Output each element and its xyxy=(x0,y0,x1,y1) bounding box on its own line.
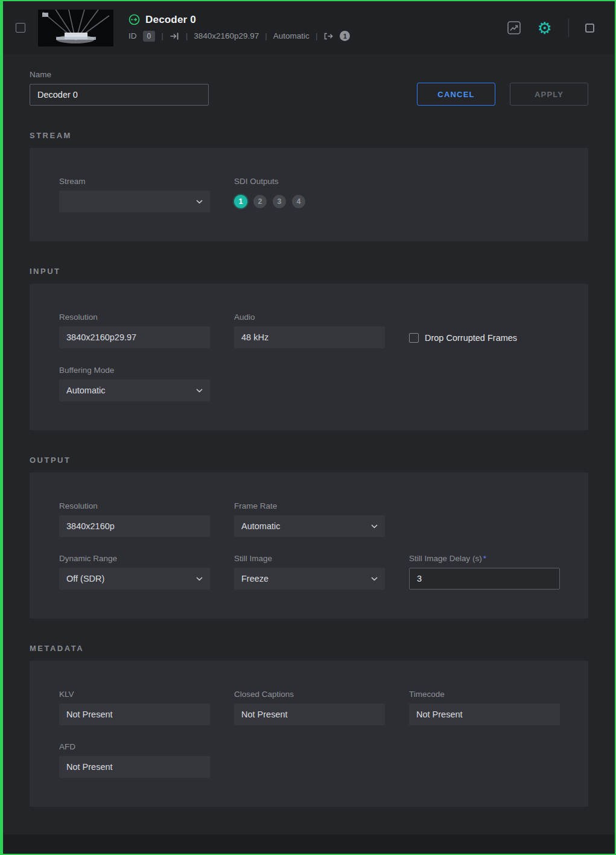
timecode-value: Not Present xyxy=(409,704,560,725)
output-stream-icon xyxy=(323,32,334,40)
buffering-mode-label: Buffering Mode xyxy=(59,366,210,375)
still-image-label: Still Image xyxy=(234,554,385,563)
still-image-delay-input[interactable] xyxy=(409,568,560,590)
decoder-settings-page: Decoder 0 ID 0 | | 3840x2160p29.97 | Aut… xyxy=(0,0,616,855)
sdi-output-3[interactable]: 3 xyxy=(273,195,286,208)
audio-label: Audio xyxy=(234,313,385,322)
field-still-image: Still Image Freeze xyxy=(234,554,385,590)
sdi-output-1[interactable]: 1 xyxy=(234,195,247,208)
field-audio: Audio 48 kHz xyxy=(234,313,385,348)
metadata-card: KLV Not Present Closed Captions Not Pres… xyxy=(30,661,588,807)
chevron-down-icon xyxy=(196,200,203,204)
field-klv: KLV Not Present xyxy=(59,690,210,725)
separator: | xyxy=(186,31,188,40)
afd-value: Not Present xyxy=(59,756,210,778)
square-icon xyxy=(585,24,594,33)
sdi-output-selector: 1 2 3 4 xyxy=(234,191,385,212)
output-resolution-value: 3840x2160p xyxy=(59,515,210,537)
afd-label: AFD xyxy=(59,742,210,751)
buffering-mode-select[interactable]: Automatic xyxy=(59,380,210,401)
name-input[interactable] xyxy=(30,84,209,106)
sdi-output-2[interactable]: 2 xyxy=(253,195,267,208)
stream-section-heading: STREAM xyxy=(30,132,588,140)
footer-strip xyxy=(3,834,615,854)
input-section: INPUT Resolution 3840x2160p29.97 Audio 4… xyxy=(30,267,588,430)
audio-value: 48 kHz xyxy=(234,326,385,348)
toolbar-divider xyxy=(568,19,569,37)
separator: | xyxy=(161,31,164,40)
output-card: Resolution 3840x2160p Frame Rate Automat… xyxy=(30,472,588,618)
still-image-select[interactable]: Freeze xyxy=(234,568,385,590)
id-badge: 0 xyxy=(143,31,156,42)
klv-value: Not Present xyxy=(59,704,210,725)
timecode-label: Timecode xyxy=(409,690,560,699)
field-stream: Stream xyxy=(59,177,210,212)
closed-captions-value: Not Present xyxy=(234,704,385,725)
field-still-image-delay: Still Image Delay (s)* xyxy=(409,554,560,590)
chevron-down-icon xyxy=(371,524,378,529)
field-input-resolution: Resolution 3840x2160p29.97 xyxy=(59,313,210,348)
separator: | xyxy=(265,31,267,40)
id-label: ID xyxy=(129,31,137,40)
chevron-down-icon xyxy=(196,577,203,581)
stream-label: Stream xyxy=(59,177,210,186)
decoder-status-icon xyxy=(129,14,140,25)
frame-rate-label: Frame Rate xyxy=(234,501,385,510)
field-output-resolution: Resolution 3840x2160p xyxy=(59,501,210,537)
stats-chart-icon xyxy=(507,21,521,35)
closed-captions-label: Closed Captions xyxy=(234,690,385,699)
form-actions: CANCEL APPLY xyxy=(417,83,588,106)
still-image-delay-label: Still Image Delay (s)* xyxy=(409,554,560,563)
page-title: Decoder 0 xyxy=(145,14,196,26)
thumbnail-image xyxy=(38,10,113,46)
output-resolution-label: Resolution xyxy=(59,501,210,510)
frame-rate-value: Automatic xyxy=(241,521,280,531)
sdi-outputs-label: SDI Outputs xyxy=(234,177,385,186)
cancel-button[interactable]: CANCEL xyxy=(417,83,495,106)
input-section-heading: INPUT xyxy=(30,267,588,276)
topbar-actions: ⚙ xyxy=(507,19,594,37)
separator: | xyxy=(316,31,318,40)
still-image-delay-label-text: Still Image Delay (s) xyxy=(409,554,482,563)
buffering-mode-value: Automatic xyxy=(66,386,105,395)
snapshot-button[interactable] xyxy=(585,24,594,33)
frame-rate-select[interactable]: Automatic xyxy=(234,515,385,537)
gear-icon: ⚙ xyxy=(538,20,552,36)
drop-corrupted-frames-checkbox[interactable] xyxy=(409,333,419,343)
header: Decoder 0 ID 0 | | 3840x2160p29.97 | Aut… xyxy=(3,1,615,54)
dynamic-range-label: Dynamic Range xyxy=(59,554,210,563)
chevron-down-icon xyxy=(371,577,378,581)
still-image-value: Freeze xyxy=(241,574,268,583)
stream-card: Stream SDI Outputs 1 2 xyxy=(30,148,588,241)
input-card: Resolution 3840x2160p29.97 Audio 48 kHz xyxy=(30,284,588,430)
input-resolution-value: 3840x2160p29.97 xyxy=(59,326,210,348)
statistics-button[interactable] xyxy=(507,21,521,35)
preview-thumbnail xyxy=(38,10,113,46)
field-buffering-mode: Buffering Mode Automatic xyxy=(59,366,210,401)
apply-button[interactable]: APPLY xyxy=(510,83,588,106)
name-label: Name xyxy=(30,70,209,79)
output-count-badge: 1 xyxy=(340,31,350,41)
klv-label: KLV xyxy=(59,690,210,699)
settings-button[interactable]: ⚙ xyxy=(538,20,552,36)
klv-text: Not Present xyxy=(66,710,113,719)
frame-rate-mode-meta: Automatic xyxy=(273,31,310,40)
sdi-output-4[interactable]: 4 xyxy=(292,195,305,208)
afd-text: Not Present xyxy=(66,762,113,772)
name-row: Name CANCEL APPLY xyxy=(30,70,588,106)
field-afd: AFD Not Present xyxy=(59,742,210,778)
field-name: Name xyxy=(30,70,209,106)
select-decoder-checkbox[interactable] xyxy=(16,23,25,33)
stream-select[interactable] xyxy=(59,191,210,212)
input-resolution-text: 3840x2160p29.97 xyxy=(66,332,136,342)
field-dynamic-range: Dynamic Range Off (SDR) xyxy=(59,554,210,590)
stream-section: STREAM Stream SDI Outputs xyxy=(30,132,588,241)
drop-corrupted-frames-toggle[interactable]: Drop Corrupted Frames xyxy=(409,327,517,349)
field-frame-rate: Frame Rate Automatic xyxy=(234,501,385,537)
output-section: OUTPUT Resolution 3840x2160p Frame Rate … xyxy=(30,456,588,618)
dynamic-range-value: Off (SDR) xyxy=(66,574,104,583)
field-timecode: Timecode Not Present xyxy=(409,690,560,725)
dynamic-range-select[interactable]: Off (SDR) xyxy=(59,568,210,590)
metadata-section: METADATA KLV Not Present Closed Captions… xyxy=(30,644,588,807)
drop-corrupted-frames-label: Drop Corrupted Frames xyxy=(425,333,517,343)
